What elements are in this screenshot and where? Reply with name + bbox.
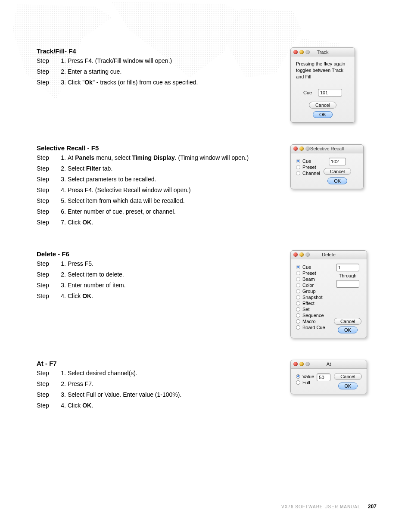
step-row: Step1.Press F5. [37,259,282,268]
radio-icon [296,289,300,293]
step-label: Step [37,390,55,399]
step-number: 3. [55,390,68,399]
cancel-button[interactable]: Cancel [324,168,351,175]
radio-label: Effect [302,301,314,306]
step-label: Step [37,196,55,205]
radio-option[interactable]: Channel [296,171,320,176]
cancel-button[interactable]: Cancel [334,318,361,325]
step-label: Step [37,175,55,184]
step-row: Step1.Select desired channel(s). [37,369,282,378]
step-text: Press F4. (Track/Fill window will open.) [68,56,282,65]
step-number: 4. [55,292,68,301]
radio-label: Color [302,283,314,288]
footer-text: VX76 SOFTWARE USER MANUAL [281,504,360,509]
step-row: Step3.Click "Ok" - tracks (or fills) fro… [37,78,282,87]
steps-recall: Step1.At Panels menu, select Timing Disp… [37,153,282,227]
radio-option[interactable]: Preset [296,271,330,276]
to-input[interactable] [336,280,359,288]
step-number: 4. [55,401,68,410]
step-row: Step3.Select Full or Value. Enter value … [37,390,282,399]
radio-option[interactable]: Beam [296,277,330,282]
radio-group: ValueFull [296,373,314,386]
radio-icon [296,374,300,379]
ok-button[interactable]: OK [313,111,333,118]
step-row: Step1.Press F4. (Track/Fill window will … [37,56,282,65]
radio-icon [296,307,300,311]
step-label: Step [37,56,55,65]
radio-option[interactable]: Snapshot [296,295,330,300]
ok-button[interactable]: OK [327,177,347,184]
radio-option[interactable]: Board Cue [296,325,330,330]
cue-input[interactable] [318,89,342,96]
ok-button[interactable]: OK [338,383,358,389]
step-label: Step [37,369,55,378]
step-label: Step [37,186,55,195]
dialog-message: Pressing the fkey again toggles between … [296,61,349,80]
cancel-button[interactable]: Cancel [309,102,336,109]
dialog-title: Track [293,50,352,55]
step-text: Press F5. [68,259,282,268]
value-input[interactable] [329,158,346,165]
radio-label: Channel [302,171,320,176]
radio-label: Full [302,380,310,385]
radio-icon [296,380,300,385]
radio-label: Set [302,307,310,312]
step-label: Step [37,207,55,216]
radio-group: CuePresetChannel [296,158,320,184]
dialog-delete: Delete CuePresetBeamColorGroupSnapshotEf… [290,250,367,338]
radio-option[interactable]: Macro [296,319,330,324]
step-label: Step [37,164,55,173]
step-text: Select parameters to be recalled. [68,175,282,184]
step-row: Step6.Enter number of cue, preset, or ch… [37,207,282,216]
radio-option[interactable]: Effect [296,301,330,306]
step-row: Step4.Click OK. [37,292,282,301]
step-text: Select desired channel(s). [68,369,282,378]
value-input[interactable] [317,373,330,381]
radio-label: Group [302,289,316,294]
radio-icon [296,277,300,281]
dialog-title: Selective Recall [293,146,361,151]
radio-option[interactable]: Sequence [296,313,330,318]
step-label: Step [37,270,55,279]
titlebar: Delete [291,251,367,259]
step-row: Step2.Press F7. [37,380,282,389]
step-label: Step [37,67,55,76]
radio-label: Preset [302,271,316,276]
step-text: Press F7. [68,380,282,389]
radio-group: CuePresetBeamColorGroupSnapshotEffectSet… [296,264,330,333]
radio-option[interactable]: Full [296,380,314,385]
radio-option[interactable]: Cue [296,159,320,164]
radio-icon [296,271,300,275]
step-row: Step3.Enter number of item. [37,281,282,290]
radio-option[interactable]: Preset [296,165,320,170]
step-number: 2. [55,380,68,389]
step-label: Step [37,153,55,162]
radio-option[interactable]: Color [296,283,330,288]
step-row: Step4.Press F4. (Selective Recall window… [37,186,282,195]
step-number: 1. [55,369,68,378]
radio-icon [296,325,300,330]
step-label: Step [37,218,55,227]
radio-option[interactable]: Group [296,289,330,294]
radio-icon [296,171,300,175]
radio-icon [296,283,300,287]
dialog-title: At [293,361,364,367]
step-number: 2. [55,270,68,279]
step-number: 3. [55,175,68,184]
radio-option[interactable]: Set [296,307,330,312]
step-row: Step5.Select item from which data will b… [37,196,282,205]
radio-option[interactable]: Value [296,374,314,379]
step-text: Enter number of item. [68,281,282,290]
step-row: Step2.Select Filter tab. [37,164,282,173]
step-number: 3. [55,78,68,87]
ok-button[interactable]: OK [338,327,358,333]
from-input[interactable] [336,264,359,271]
radio-option[interactable]: Cue [296,264,330,270]
cancel-button[interactable]: Cancel [334,373,361,380]
radio-icon [296,301,300,305]
radio-label: Value [302,374,314,379]
heading-track-fill: Track/Fill- F4 [37,47,282,55]
step-row: Step2.Select item to delete. [37,270,282,279]
step-row: Step7.Click OK. [37,218,282,227]
step-label: Step [37,259,55,268]
